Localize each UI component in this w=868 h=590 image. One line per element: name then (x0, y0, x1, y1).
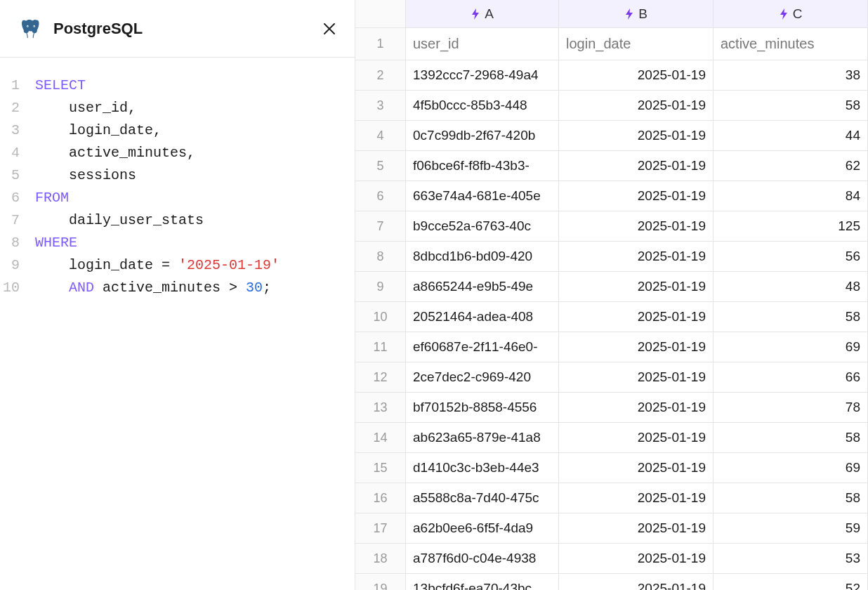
field-header-cell[interactable]: user_id (406, 28, 559, 60)
editor-line[interactable]: 1SELECT (0, 74, 341, 97)
cell-user-id[interactable]: d1410c3c-b3eb-44e3 (406, 453, 559, 483)
cell-user-id[interactable]: 8dbcd1b6-bd09-420 (406, 242, 559, 272)
cell-login-date[interactable]: 2025-01-19 (559, 242, 714, 272)
code-content[interactable]: AND active_minutes > 30; (35, 277, 341, 299)
cell-active-minutes[interactable]: 52 (714, 574, 868, 590)
code-content[interactable]: daily_user_stats (35, 209, 341, 232)
cell-user-id[interactable]: 663e74a4-681e-405e (406, 181, 559, 211)
editor-line[interactable]: 4 active_minutes, (0, 142, 341, 164)
cell-active-minutes[interactable]: 125 (714, 211, 868, 242)
row-number[interactable]: 16 (355, 483, 406, 513)
row-number[interactable]: 8 (355, 242, 406, 272)
column-letter-header[interactable]: A (406, 0, 559, 28)
editor-line[interactable]: 6FROM (0, 187, 341, 209)
row-number[interactable]: 18 (355, 544, 406, 574)
code-content[interactable]: login_date, (35, 119, 341, 142)
cell-user-id[interactable]: a787f6d0-c04e-4938 (406, 544, 559, 574)
cell-login-date[interactable]: 2025-01-19 (559, 362, 714, 393)
row-number[interactable]: 7 (355, 211, 406, 242)
row-number[interactable]: 4 (355, 121, 406, 151)
row-number[interactable]: 19 (355, 574, 406, 590)
cell-active-minutes[interactable]: 48 (714, 272, 868, 302)
editor-line[interactable]: 5 sessions (0, 164, 341, 187)
code-content[interactable]: active_minutes, (35, 142, 341, 164)
cell-user-id[interactable]: a5588c8a-7d40-475c (406, 483, 559, 513)
editor-line[interactable]: 3 login_date, (0, 119, 341, 142)
cell-login-date[interactable]: 2025-01-19 (559, 393, 714, 423)
cell-login-date[interactable]: 2025-01-19 (559, 121, 714, 151)
code-content[interactable]: WHERE (35, 232, 341, 254)
editor-line[interactable]: 10 AND active_minutes > 30; (0, 277, 341, 299)
row-number[interactable]: 10 (355, 302, 406, 332)
cell-login-date[interactable]: 2025-01-19 (559, 151, 714, 181)
row-number[interactable]: 5 (355, 151, 406, 181)
cell-login-date[interactable]: 2025-01-19 (559, 272, 714, 302)
cell-active-minutes[interactable]: 56 (714, 242, 868, 272)
row-number[interactable]: 13 (355, 393, 406, 423)
cell-login-date[interactable]: 2025-01-19 (559, 574, 714, 590)
row-number[interactable]: 17 (355, 513, 406, 544)
cell-user-id[interactable]: bf70152b-8858-4556 (406, 393, 559, 423)
cell-login-date[interactable]: 2025-01-19 (559, 302, 714, 332)
cell-user-id[interactable]: 20521464-adea-408 (406, 302, 559, 332)
cell-active-minutes[interactable]: 62 (714, 151, 868, 181)
cell-user-id[interactable]: f06bce6f-f8fb-43b3- (406, 151, 559, 181)
cell-user-id[interactable]: 13bcfd6f-ea70-43bc (406, 574, 559, 590)
cell-active-minutes[interactable]: 84 (714, 181, 868, 211)
cell-active-minutes[interactable]: 78 (714, 393, 868, 423)
row-number[interactable]: 2 (355, 60, 406, 91)
cell-active-minutes[interactable]: 44 (714, 121, 868, 151)
editor-line[interactable]: 7 daily_user_stats (0, 209, 341, 232)
sql-editor[interactable]: 1SELECT2 user_id,3 login_date,4 active_m… (0, 58, 355, 299)
cell-user-id[interactable]: 1392ccc7-2968-49a4 (406, 60, 559, 91)
cell-active-minutes[interactable]: 58 (714, 423, 868, 453)
code-content[interactable]: SELECT (35, 74, 341, 97)
field-header-cell[interactable]: login_date (559, 28, 714, 60)
column-letter-header[interactable]: B (559, 0, 714, 28)
row-number[interactable]: 9 (355, 272, 406, 302)
editor-line[interactable]: 9 login_date = '2025-01-19' (0, 254, 341, 277)
row-number[interactable]: 11 (355, 332, 406, 362)
cell-login-date[interactable]: 2025-01-19 (559, 453, 714, 483)
editor-line[interactable]: 8WHERE (0, 232, 341, 254)
row-number[interactable]: 15 (355, 453, 406, 483)
cell-user-id[interactable]: a8665244-e9b5-49e (406, 272, 559, 302)
cell-login-date[interactable]: 2025-01-19 (559, 423, 714, 453)
cell-login-date[interactable]: 2025-01-19 (559, 483, 714, 513)
cell-user-id[interactable]: ab623a65-879e-41a8 (406, 423, 559, 453)
cell-active-minutes[interactable]: 38 (714, 60, 868, 91)
cell-user-id[interactable]: ef60687e-2f11-46e0- (406, 332, 559, 362)
cell-login-date[interactable]: 2025-01-19 (559, 60, 714, 91)
row-number[interactable]: 3 (355, 91, 406, 121)
column-letter-header[interactable]: C (714, 0, 868, 28)
cell-user-id[interactable]: 2ce7dec2-c969-420 (406, 362, 559, 393)
cell-active-minutes[interactable]: 58 (714, 91, 868, 121)
row-number[interactable]: 14 (355, 423, 406, 453)
cell-active-minutes[interactable]: 59 (714, 513, 868, 544)
cell-login-date[interactable]: 2025-01-19 (559, 332, 714, 362)
cell-login-date[interactable]: 2025-01-19 (559, 544, 714, 574)
code-content[interactable]: login_date = '2025-01-19' (35, 254, 341, 277)
code-content[interactable]: user_id, (35, 97, 341, 119)
code-content[interactable]: sessions (35, 164, 341, 187)
cell-active-minutes[interactable]: 69 (714, 332, 868, 362)
editor-line[interactable]: 2 user_id, (0, 97, 341, 119)
row-number[interactable]: 6 (355, 181, 406, 211)
cell-active-minutes[interactable]: 58 (714, 302, 868, 332)
cell-user-id[interactable]: 4f5b0ccc-85b3-448 (406, 91, 559, 121)
cell-active-minutes[interactable]: 58 (714, 483, 868, 513)
cell-user-id[interactable]: 0c7c99db-2f67-420b (406, 121, 559, 151)
cell-login-date[interactable]: 2025-01-19 (559, 181, 714, 211)
cell-active-minutes[interactable]: 53 (714, 544, 868, 574)
field-header-cell[interactable]: active_minutes (714, 28, 868, 60)
row-number[interactable]: 1 (355, 28, 406, 60)
cell-active-minutes[interactable]: 69 (714, 453, 868, 483)
cell-login-date[interactable]: 2025-01-19 (559, 211, 714, 242)
cell-user-id[interactable]: a62b0ee6-6f5f-4da9 (406, 513, 559, 544)
code-content[interactable]: FROM (35, 187, 341, 209)
row-number[interactable]: 12 (355, 362, 406, 393)
cell-user-id[interactable]: b9cce52a-6763-40c (406, 211, 559, 242)
cell-active-minutes[interactable]: 66 (714, 362, 868, 393)
cell-login-date[interactable]: 2025-01-19 (559, 513, 714, 544)
close-button[interactable] (318, 18, 341, 40)
